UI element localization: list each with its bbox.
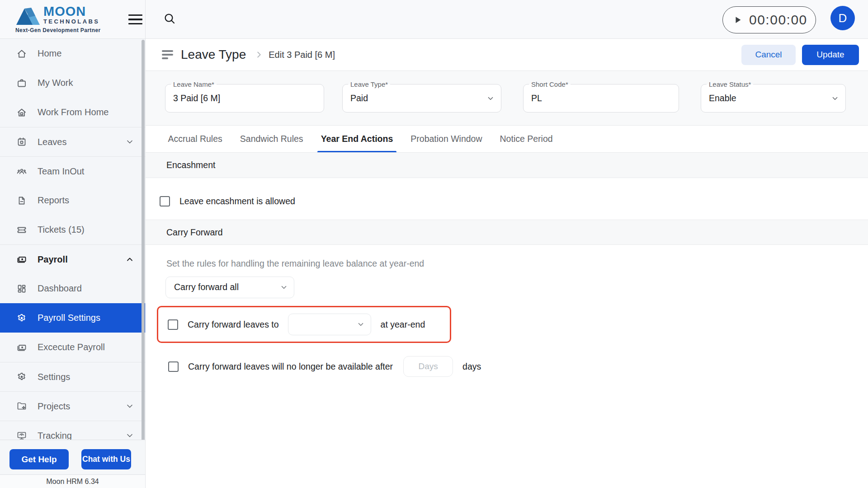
carry-forward-description: Set the rules for handling the remaining… [166,258,424,269]
carry-forward-expiry-row: Carry forward leaves will no longer be a… [168,356,481,377]
carry-forward-expiry-label: Carry forward leaves will no longer be a… [188,361,393,372]
leave-status-value: Enable [709,84,736,112]
app-version: Moon HRM 6.34 [0,474,145,488]
hamburger-menu-icon[interactable] [128,14,142,24]
chevron-down-icon [486,94,495,103]
short-code-value: PL [531,84,542,112]
breadcrumb-current: Edit 3 Paid [6 M] [269,50,335,60]
timer-value: 00:00:00 [749,12,807,28]
sidebar-item-payroll[interactable]: Payroll [0,244,145,274]
chevron-down-icon [125,402,134,411]
sidebar-item-label: Dashboard [38,283,82,294]
page-header: Leave Type Edit 3 Paid [6 M] Cancel Upda… [146,39,868,71]
payroll-icon [16,342,27,353]
sidebar-item-reports[interactable]: Reports [0,186,145,215]
breadcrumb-chevron-icon [254,50,264,60]
gear-icon [16,371,27,382]
top-bar-brand-area: MOON TECHNOLABS Next-Gen Development Par… [0,0,146,39]
short-code-field[interactable]: Short Code* PL [523,84,679,113]
sidebar-nav: Home My Work Work From Home Leav [0,39,146,488]
sidebar-item-projects[interactable]: Projects [0,391,145,421]
page-title[interactable]: Leave Type [181,47,246,62]
carry-forward-to-select[interactable] [288,314,371,335]
sidebar-item-label: Projects [38,401,70,412]
tab-probation-window[interactable]: Probation Window [402,126,491,152]
sidebar-item-payroll-settings[interactable]: Payroll Settings [0,303,145,333]
report-icon [16,195,27,206]
leave-name-value: 3 Paid [6 M] [173,84,220,112]
chevron-down-icon [831,94,839,103]
sidebar-item-leaves[interactable]: Leaves [0,127,145,156]
moon-technolabs-logo: MOON TECHNOLABS Next-Gen Development Par… [15,3,101,33]
tab-sandwich-rules[interactable]: Sandwich Rules [231,126,312,152]
carry-forward-to-label: Carry forward leaves to [188,319,279,330]
chevron-up-icon [125,255,134,264]
chat-with-us-button[interactable]: Chat with Us [81,449,131,469]
chevron-down-icon [125,137,134,146]
sidebar-item-team-inout[interactable]: Team InOut [0,156,145,186]
sidebar-item-label: Excecute Payroll [38,342,105,352]
leave-type-tabs: Accrual Rules Sandwich Rules Year End Ac… [146,126,868,153]
home-office-icon [16,107,27,118]
leave-name-field[interactable]: Leave Name* 3 Paid [6 M] [165,84,324,113]
leave-type-value: Paid [350,84,368,112]
sidebar-item-label: Tickets (15) [38,225,85,235]
sidebar-item-work-from-home[interactable]: Work From Home [0,98,145,127]
leave-status-select[interactable]: Leave Status* Enable [701,84,846,113]
main-content: Leave Type Edit 3 Paid [6 M] Cancel Upda… [146,39,868,488]
dashboard-icon [16,283,27,294]
user-avatar[interactable]: D [830,6,855,30]
sidebar-item-label: Home [38,48,61,59]
logo-mountain-icon [15,3,41,26]
brand-name: MOON [43,5,99,18]
sidebar-item-dashboard[interactable]: Dashboard [0,274,145,303]
sidebar-footer: Get Help Chat with Us Moon HRM 6.34 [0,440,145,488]
sidebar-item-label: Leaves [38,137,67,147]
sidebar-item-execute-payroll[interactable]: Excecute Payroll [0,333,145,362]
play-icon[interactable] [733,14,743,25]
sidebar-item-label: My Work [38,78,73,88]
tab-notice-period[interactable]: Notice Period [491,126,561,152]
sidebar-item-my-work[interactable]: My Work [0,68,145,98]
carry-forward-to-checkbox[interactable] [168,319,178,330]
chevron-down-icon [357,320,365,328]
days-suffix-label: days [462,361,481,372]
sidebar-item-label: Payroll Settings [38,313,100,323]
leave-form-band: Leave Name* 3 Paid [6 M] Leave Type* Pai… [146,71,868,126]
sidebar-item-settings[interactable]: Settings [0,362,145,391]
tab-accrual-rules[interactable]: Accrual Rules [159,126,231,152]
encashment-allowed-checkbox[interactable] [160,196,170,206]
at-year-end-label: at year-end [381,319,425,330]
sidebar-item-label: Settings [38,372,70,382]
carry-forward-section-heading: Carry Forward [146,220,868,245]
top-bar: MOON TECHNOLABS Next-Gen Development Par… [0,0,868,39]
carry-forward-expiry-checkbox[interactable] [168,361,179,372]
update-button[interactable]: Update [802,45,859,65]
carry-forward-mode-select[interactable]: Carry forward all [165,277,294,298]
sidebar-item-label: Reports [38,195,69,206]
cancel-button[interactable]: Cancel [741,45,796,65]
sidebar-item-label: Team InOut [38,166,84,177]
leave-type-select[interactable]: Leave Type* Paid [342,84,501,113]
encashment-section-heading: Encashment [146,153,868,178]
briefcase-icon [16,78,27,89]
tab-year-end-actions[interactable]: Year End Actions [312,126,402,152]
search-icon[interactable] [163,12,178,27]
team-icon [16,166,27,177]
carry-forward-to-highlight-box: Carry forward leaves to at year-end [157,306,451,343]
days-input[interactable] [403,356,453,377]
chevron-down-icon [125,431,134,440]
sidebar-item-home[interactable]: Home [0,39,145,68]
leave-type-list-icon [162,50,174,59]
sidebar-scrollbar[interactable] [142,40,145,443]
home-icon [16,48,27,59]
ticket-icon [16,225,27,235]
gear-icon [16,313,27,324]
calendar-icon [16,136,27,147]
get-help-button[interactable]: Get Help [9,449,69,469]
timer-widget[interactable]: 00:00:00 [722,6,816,33]
brand-sub-name: TECHNOLABS [43,18,99,25]
projects-icon [16,401,27,412]
sidebar-item-tickets[interactable]: Tickets (15) [0,215,145,244]
brand-tagline: Next-Gen Development Partner [15,27,101,33]
